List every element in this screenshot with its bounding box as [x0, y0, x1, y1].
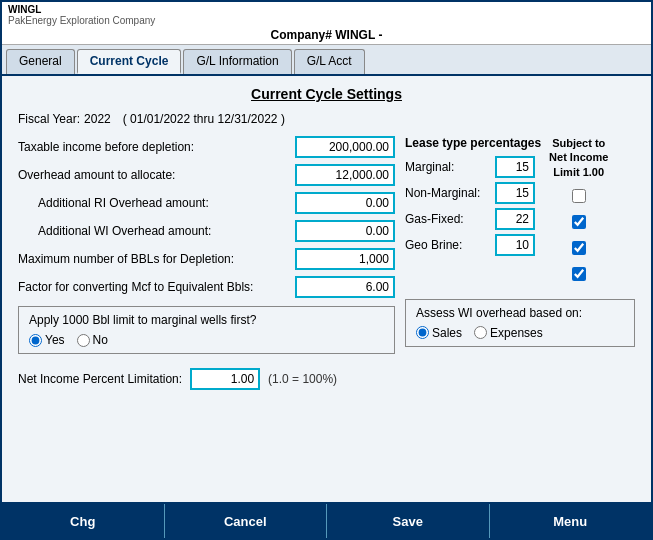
geo-brine-lease-label: Geo Brine:: [405, 238, 495, 252]
tab-bar: General Current Cycle G/L Information G/…: [2, 45, 651, 76]
max-bbls-label: Maximum number of BBLs for Depletion:: [18, 252, 295, 266]
app-name: WINGL: [8, 4, 645, 15]
non-marginal-lease-row: Non-Marginal:: [405, 182, 541, 204]
additional-ri-label: Additional RI Overhead amount:: [18, 196, 295, 210]
subject-to-header: Subject toNet IncomeLimit 1.00: [549, 136, 608, 179]
subject-to-section: Subject toNet IncomeLimit 1.00: [549, 136, 608, 289]
taxable-income-input[interactable]: [295, 136, 395, 158]
fiscal-year-label: Fiscal Year:: [18, 112, 80, 126]
gas-fixed-lease-input[interactable]: [495, 208, 535, 230]
max-bbls-row: Maximum number of BBLs for Depletion:: [18, 248, 395, 270]
left-panel: Taxable income before depletion: Overhea…: [18, 136, 395, 354]
net-income-label: Net Income Percent Limitation:: [18, 372, 182, 386]
additional-ri-row: Additional RI Overhead amount:: [18, 192, 395, 214]
assess-wi-title: Assess WI overhead based on:: [416, 306, 624, 320]
subject-geo-brine-row: [572, 263, 586, 285]
assess-wi-radio-row: Sales Expenses: [416, 326, 624, 340]
marginal-wells-title: Apply 1000 Bbl limit to marginal wells f…: [29, 313, 384, 327]
menu-button[interactable]: Menu: [490, 504, 652, 538]
gas-fixed-lease-row: Gas-Fixed:: [405, 208, 541, 230]
factor-mcf-label: Factor for converting Mcf to Equivalent …: [18, 280, 295, 294]
overhead-amount-label: Overhead amount to allocate:: [18, 168, 295, 182]
window-title: Company# WINGL -: [8, 28, 645, 42]
fiscal-year-value: 2022: [84, 112, 111, 126]
gas-fixed-lease-label: Gas-Fixed:: [405, 212, 495, 226]
subject-marginal-row: [572, 185, 586, 207]
additional-wi-row: Additional WI Overhead amount:: [18, 220, 395, 242]
marginal-yes-label[interactable]: Yes: [29, 333, 65, 347]
subject-gas-fixed-row: [572, 237, 586, 259]
right-panel: Lease type percentages Marginal: Non-Mar…: [405, 136, 635, 354]
additional-wi-input[interactable]: [295, 220, 395, 242]
cancel-button[interactable]: Cancel: [165, 504, 328, 538]
tab-gl-information[interactable]: G/L Information: [183, 49, 291, 74]
additional-wi-label: Additional WI Overhead amount:: [18, 224, 295, 238]
overhead-amount-input[interactable]: [295, 164, 395, 186]
assess-wi-box: Assess WI overhead based on: Sales Expen…: [405, 299, 635, 347]
assess-wi-sales-radio[interactable]: [416, 326, 429, 339]
subject-gas-fixed-checkbox[interactable]: [572, 241, 586, 255]
lease-section: Lease type percentages Marginal: Non-Mar…: [405, 136, 541, 260]
save-button[interactable]: Save: [327, 504, 490, 538]
page-title: Current Cycle Settings: [18, 86, 635, 102]
subject-non-marginal-row: [572, 211, 586, 233]
max-bbls-input[interactable]: [295, 248, 395, 270]
marginal-lease-input[interactable]: [495, 156, 535, 178]
net-income-input[interactable]: [190, 368, 260, 390]
additional-ri-input[interactable]: [295, 192, 395, 214]
non-marginal-lease-label: Non-Marginal:: [405, 186, 495, 200]
net-income-note: (1.0 = 100%): [268, 372, 337, 386]
company-subtitle: PakEnergy Exploration Company: [8, 15, 645, 26]
geo-brine-lease-row: Geo Brine:: [405, 234, 541, 256]
lease-section-title: Lease type percentages: [405, 136, 541, 150]
assess-wi-expenses-label[interactable]: Expenses: [474, 326, 543, 340]
marginal-no-label[interactable]: No: [77, 333, 108, 347]
geo-brine-lease-input[interactable]: [495, 234, 535, 256]
taxable-income-label: Taxable income before depletion:: [18, 140, 295, 154]
page-content: Current Cycle Settings Fiscal Year: 2022…: [2, 76, 651, 502]
marginal-no-radio[interactable]: [77, 334, 90, 347]
subject-marginal-checkbox[interactable]: [572, 189, 586, 203]
assess-wi-expenses-radio[interactable]: [474, 326, 487, 339]
non-marginal-lease-input[interactable]: [495, 182, 535, 204]
fiscal-year-row: Fiscal Year: 2022 ( 01/01/2022 thru 12/3…: [18, 112, 635, 126]
taxable-income-row: Taxable income before depletion:: [18, 136, 395, 158]
tab-gl-acct[interactable]: G/L Acct: [294, 49, 365, 74]
marginal-lease-label: Marginal:: [405, 160, 495, 174]
tab-current-cycle[interactable]: Current Cycle: [77, 49, 182, 74]
marginal-lease-row: Marginal:: [405, 156, 541, 178]
factor-mcf-row: Factor for converting Mcf to Equivalent …: [18, 276, 395, 298]
chg-button[interactable]: Chg: [2, 504, 165, 538]
footer: Chg Cancel Save Menu: [2, 502, 651, 538]
main-layout: Taxable income before depletion: Overhea…: [18, 136, 635, 354]
factor-mcf-input[interactable]: [295, 276, 395, 298]
main-window: WINGL PakEnergy Exploration Company Comp…: [0, 0, 653, 540]
assess-wi-sales-label[interactable]: Sales: [416, 326, 462, 340]
marginal-yes-radio[interactable]: [29, 334, 42, 347]
overhead-amount-row: Overhead amount to allocate:: [18, 164, 395, 186]
fiscal-year-range: ( 01/01/2022 thru 12/31/2022 ): [123, 112, 285, 126]
marginal-wells-radio-row: Yes No: [29, 333, 384, 347]
net-income-row: Net Income Percent Limitation: (1.0 = 10…: [18, 368, 635, 390]
subject-geo-brine-checkbox[interactable]: [572, 267, 586, 281]
tab-general[interactable]: General: [6, 49, 75, 74]
marginal-wells-box: Apply 1000 Bbl limit to marginal wells f…: [18, 306, 395, 354]
subject-non-marginal-checkbox[interactable]: [572, 215, 586, 229]
title-bar: WINGL PakEnergy Exploration Company Comp…: [2, 2, 651, 45]
